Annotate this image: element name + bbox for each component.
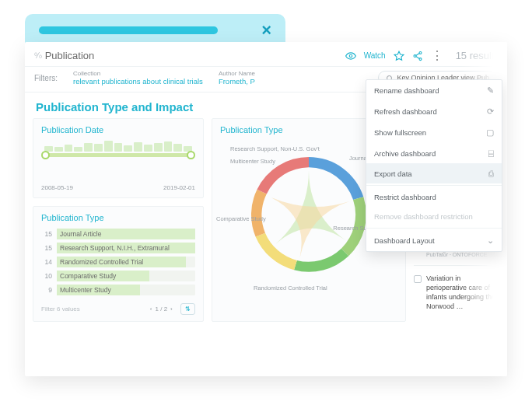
range-track[interactable] [44, 153, 192, 157]
kebab-icon[interactable]: ⋮ [431, 48, 443, 63]
chord-label-multicenter: Multicenter Study [230, 158, 275, 165]
sort-icon[interactable]: ⇅ [180, 303, 195, 315]
filter-author-label: Author Name [219, 70, 255, 77]
menu-fullscreen[interactable]: Show fullscreen ▢ [366, 122, 502, 143]
chord-chart[interactable]: Research Support, Non-U.S. Gov't Multice… [235, 141, 383, 288]
date-slider[interactable] [41, 141, 195, 164]
page-title: Publication [45, 50, 95, 61]
menu-archive[interactable]: Archive dashboard ⌸ [366, 143, 502, 163]
app-icon: ⁰⁄₀ [34, 51, 42, 60]
menu-archive-label: Archive dashboard [374, 149, 436, 158]
type-bar-row[interactable]: 9Multicenter Study [41, 285, 195, 295]
type-bar-row[interactable]: 14Randomized Controlled Trial [41, 257, 195, 267]
menu-remove-restriction: Remove dashboard restriction [366, 207, 502, 226]
export-icon: ⎙ [488, 169, 494, 178]
menu-layout-label: Dashboard Layout [374, 236, 435, 245]
filter-values-link[interactable]: Filter 6 values [41, 306, 80, 312]
close-icon[interactable]: × [261, 20, 271, 40]
top-actions: Watch ⋮ 15 results [345, 48, 499, 63]
menu-refresh-label: Refresh dashboard [374, 107, 437, 116]
filter-collection-label: Collection [73, 70, 203, 77]
results-count: 15 results [456, 50, 499, 61]
filter-collection-value: relevant publications about clinical tri… [73, 77, 203, 86]
type-bars: 15Journal Article15Research Support, N.I… [41, 229, 195, 295]
type-bar-count: 15 [41, 244, 52, 252]
type-bar-label: Randomized Controlled Trial [60, 257, 143, 267]
filter-author-value: Frometh, P [219, 77, 255, 86]
monitor-icon: ▢ [486, 127, 494, 138]
type-bar-label: Multicenter Study [60, 285, 111, 295]
pager-next[interactable]: › [170, 306, 173, 312]
type-bar-label: Research Support, N.I.H., Extramural [60, 243, 170, 253]
menu-refresh[interactable]: Refresh dashboard ⟳ [366, 101, 502, 122]
menu-layout[interactable]: Dashboard Layout ⌄ [366, 230, 502, 251]
chord-label-research-nonus: Research Support, Non-U.S. Gov't [230, 145, 320, 152]
pager-prev[interactable]: ‹ [150, 306, 152, 312]
card-type-footer: Filter 6 values ‹ 1 / 2 › ⇅ [41, 303, 195, 315]
type-bar: Comparative Study [57, 271, 195, 281]
type-bar-count: 9 [41, 286, 52, 294]
date-to: 2019-02-01 [163, 184, 195, 191]
menu-restrict-label: Restrict dashboard [374, 193, 436, 201]
refresh-icon: ⟳ [487, 106, 494, 117]
type-bar: Journal Article [57, 229, 195, 239]
type-bar: Randomized Controlled Trial [57, 257, 195, 267]
topbar: ⁰⁄₀ Publication Watch ⋮ 15 results [25, 42, 507, 67]
type-bar-label: Comparative Study [60, 271, 116, 281]
star-icon[interactable] [394, 51, 404, 61]
dashboard-menu: Rename dashboard ✎ Refresh dashboard ⟳ S… [366, 79, 502, 252]
filter-author[interactable]: Author Name Frometh, P [219, 70, 255, 86]
card-publication-date: Publication Date 2008-05-19 2019-02-01 [33, 118, 204, 198]
type-bar-count: 15 [41, 230, 52, 238]
eye-icon[interactable] [345, 51, 356, 61]
menu-remove-restriction-label: Remove dashboard restriction [374, 212, 473, 221]
svg-line-5 [415, 56, 419, 58]
type-bar-row[interactable]: 10Comparative Study [41, 271, 195, 281]
pager-page: 1 / 2 [156, 306, 168, 312]
chevron-down-icon: ⌄ [487, 236, 494, 246]
type-bar-count: 14 [41, 258, 52, 266]
pencil-icon: ✎ [487, 86, 494, 96]
result-title: Variation in perioperative care of infan… [426, 274, 498, 312]
left-column: Publication Date 2008-05-19 2019-02-01 P… [33, 118, 204, 322]
chord-label-comparative: Comparative Study [216, 215, 266, 222]
card-type-title: Publication Type [41, 213, 195, 222]
type-pager: ‹ 1 / 2 › ⇅ [150, 303, 195, 315]
date-sparkline [41, 141, 195, 152]
result-checkbox[interactable] [414, 275, 422, 283]
svg-marker-1 [394, 51, 404, 60]
type-bar-count: 10 [41, 272, 52, 280]
menu-export-label: Export data [374, 169, 412, 178]
date-from: 2008-05-19 [41, 184, 73, 191]
type-bar: Multicenter Study [57, 285, 195, 295]
type-bar: Research Support, N.I.H., Extramural [57, 243, 195, 253]
chord-label-rct: Randomized Controlled Trial [254, 285, 327, 292]
svg-line-6 [415, 53, 419, 55]
menu-export[interactable]: Export data ⎙ [366, 163, 502, 183]
type-bar-label: Journal Article [60, 229, 101, 239]
watch-link[interactable]: Watch [364, 51, 386, 60]
range-handle-left[interactable] [41, 151, 50, 159]
menu-rename-label: Rename dashboard [374, 86, 439, 95]
card-publication-type-list: Publication Type 15Journal Article15Rese… [33, 206, 204, 322]
menu-restrict[interactable]: Restrict dashboard [366, 187, 502, 207]
menu-fullscreen-label: Show fullscreen [374, 128, 426, 137]
filters-label: Filters: [34, 74, 58, 82]
svg-point-0 [349, 54, 352, 58]
result-item[interactable]: Variation in perioperative care of infan… [414, 265, 499, 319]
card-date-title: Publication Date [41, 125, 195, 134]
menu-rename[interactable]: Rename dashboard ✎ [366, 80, 502, 101]
type-bar-row[interactable]: 15Research Support, N.I.H., Extramural [41, 243, 195, 253]
app-window: ⁰⁄₀ Publication Watch ⋮ 15 results Filte… [25, 42, 507, 376]
tab-url-placeholder [39, 26, 218, 34]
type-bar-row[interactable]: 15Journal Article [41, 229, 195, 239]
share-icon[interactable] [412, 51, 423, 61]
archive-icon: ⌸ [488, 148, 494, 158]
filter-collection[interactable]: Collection relevant publications about c… [73, 70, 203, 86]
date-labels: 2008-05-19 2019-02-01 [41, 184, 195, 191]
range-handle-right[interactable] [187, 151, 195, 159]
